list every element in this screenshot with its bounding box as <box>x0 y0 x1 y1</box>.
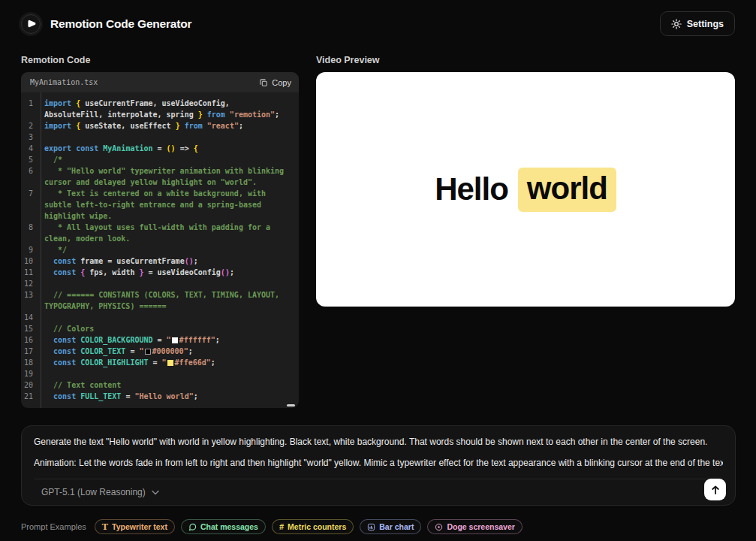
line-number: 5 <box>23 154 38 165</box>
line-number: 20 <box>23 379 38 391</box>
prompt-line-2: Animation: Let the words fade in from le… <box>34 458 723 468</box>
prompt-footer: GPT-5.1 (Low Reasoning) <box>34 479 723 505</box>
remotion-logo-icon <box>21 14 41 34</box>
code-line: 20 // Text content <box>23 379 291 391</box>
code-line: 2import { useState, useEffect } from "re… <box>23 120 291 131</box>
color-swatch <box>172 337 178 343</box>
code-text: export const MyAnimation = () => { <box>44 143 291 154</box>
gutter-divider <box>41 92 41 408</box>
prompt-examples-label: Prompt Examples <box>21 522 86 531</box>
line-number: 6 <box>23 165 38 188</box>
preview-column: Video Preview Hello world <box>316 55 735 408</box>
code-line: 4export const MyAnimation = () => { <box>23 143 291 154</box>
copy-button-label: Copy <box>272 78 291 87</box>
code-text: * Text is centered on a white background… <box>44 188 291 222</box>
code-line: 9 */ <box>23 244 291 255</box>
line-number: 10 <box>23 255 38 267</box>
code-text <box>44 368 291 379</box>
color-swatch <box>167 360 173 366</box>
settings-button[interactable]: Settings <box>660 11 735 36</box>
example-pill-label: Doge screensaver <box>447 522 514 531</box>
code-line: 15 // Colors <box>23 323 291 334</box>
filename-label: MyAnimation.tsx <box>30 78 98 86</box>
code-line: 16 const COLOR_BACKGROUND = "#ffffff"; <box>23 334 291 346</box>
preview-word-plain: Hello <box>435 171 508 207</box>
code-editor-panel: MyAnimation.tsx Copy 1import { useCurren… <box>21 72 299 408</box>
code-line: 3 <box>23 131 291 143</box>
editor-tab-bar: MyAnimation.tsx Copy <box>21 72 299 92</box>
code-line: 1import { useCurrentFrame, useVideoConfi… <box>23 98 291 120</box>
code-line: 8 * All layout uses full-width with padd… <box>23 222 291 244</box>
code-text: */ <box>44 244 291 255</box>
copy-icon <box>259 78 268 87</box>
line-number: 19 <box>23 368 38 379</box>
line-number: 8 <box>23 222 38 244</box>
editor-scrollbar-thumb[interactable] <box>287 404 295 407</box>
code-line: 6 * "Hello world" typewriter animation w… <box>23 165 291 188</box>
code-line: 5 /* <box>23 154 291 165</box>
main-content: Remotion Code MyAnimation.tsx Copy 1 <box>0 46 756 408</box>
line-number: 18 <box>23 357 38 368</box>
example-pill-doge-screensaver[interactable]: Doge screensaver <box>427 519 522 534</box>
arrow-up-icon <box>710 485 721 495</box>
line-number: 3 <box>23 131 38 143</box>
code-text: const COLOR_TEXT = "#000000"; <box>44 346 291 357</box>
color-swatch <box>145 349 151 355</box>
code-line: 10 const frame = useCurrentFrame(); <box>23 255 291 267</box>
code-text <box>44 131 291 143</box>
model-selector[interactable]: GPT-5.1 (Low Reasoning) <box>41 487 159 497</box>
code-line: 18 const COLOR_HIGHLIGHT = "#ffe66d"; <box>23 357 291 368</box>
line-number: 15 <box>23 323 38 334</box>
code-area[interactable]: 1import { useCurrentFrame, useVideoConfi… <box>21 92 299 408</box>
code-text <box>44 312 291 323</box>
line-number: 1 <box>23 98 38 120</box>
code-text: const { fps, width } = useVideoConfig(); <box>44 267 291 278</box>
code-line: 21 const FULL_TEXT = "Hello world"; <box>23 391 291 402</box>
prompt-card: Generate the text "Hello world" with wor… <box>21 425 736 506</box>
code-line: 13 // ====== CONSTANTS (COLORS, TEXT, TI… <box>23 289 291 312</box>
prompt-examples-row: Prompt Examples TTypewriter textChat mes… <box>0 506 756 534</box>
code-text: const FULL_TEXT = "Hello world"; <box>44 391 291 402</box>
example-pill-label: Bar chart <box>379 522 414 531</box>
code-line: 7 * Text is centered on a white backgrou… <box>23 188 291 222</box>
line-number: 16 <box>23 334 38 346</box>
example-pill-metric-counters[interactable]: #Metric counters <box>272 519 354 534</box>
example-pill-bar-chart[interactable]: Bar chart <box>360 519 421 534</box>
code-text <box>44 278 291 289</box>
example-pill-label: Metric counters <box>288 522 346 531</box>
line-number: 13 <box>23 289 38 312</box>
code-text: // Text content <box>44 379 291 391</box>
code-text: const COLOR_HIGHLIGHT = "#ffe66d"; <box>44 357 291 368</box>
example-pill-typewriter-text[interactable]: TTypewriter text <box>95 519 175 534</box>
example-pill-label: Typewriter text <box>112 522 167 531</box>
code-line: 12 <box>23 278 291 289</box>
preview-text: Hello world <box>435 168 616 212</box>
prompt-input[interactable]: Generate the text "Hello world" with wor… <box>34 437 723 479</box>
gear-icon <box>671 19 682 29</box>
code-line: 19 <box>23 368 291 379</box>
line-number: 2 <box>23 120 38 131</box>
page-title: Remotion Code Generator <box>50 17 191 31</box>
line-number: 7 <box>23 188 38 222</box>
line-number: 9 <box>23 244 38 255</box>
line-number: 21 <box>23 391 38 402</box>
code-text: const frame = useCurrentFrame(); <box>44 255 291 267</box>
example-pill-chat-messages[interactable]: Chat messages <box>181 519 266 534</box>
hash-icon: # <box>279 523 284 531</box>
model-selector-label: GPT-5.1 (Low Reasoning) <box>41 487 146 497</box>
chat-icon <box>188 523 197 531</box>
send-button[interactable] <box>704 479 726 500</box>
code-text: // Colors <box>44 323 291 334</box>
code-text: * All layout uses full-width with paddin… <box>44 222 291 244</box>
doge-icon <box>435 523 443 531</box>
copy-button[interactable]: Copy <box>259 78 291 87</box>
code-text: // ====== CONSTANTS (COLORS, TEXT, TIMIN… <box>44 289 291 312</box>
code-column: Remotion Code MyAnimation.tsx Copy 1 <box>21 55 299 408</box>
code-line: 14 <box>23 312 291 323</box>
app-header: Remotion Code Generator Settings <box>0 0 756 46</box>
line-number: 12 <box>23 278 38 289</box>
code-text: import { useState, useEffect } from "rea… <box>44 120 291 131</box>
code-line: 11 const { fps, width } = useVideoConfig… <box>23 267 291 278</box>
code-text: /* <box>44 154 291 165</box>
example-pill-label: Chat messages <box>200 522 258 531</box>
